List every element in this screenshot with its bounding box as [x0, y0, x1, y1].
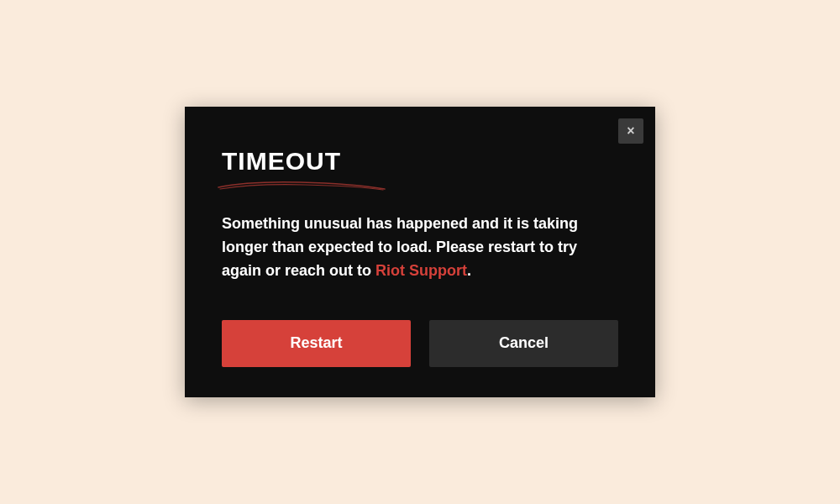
close-button[interactable]: ×: [618, 118, 643, 144]
dialog-title: TIMEOUT: [222, 147, 618, 176]
dialog-button-row: Restart Cancel: [222, 320, 618, 367]
riot-support-link[interactable]: Riot Support: [375, 262, 467, 279]
cancel-button[interactable]: Cancel: [429, 320, 618, 367]
timeout-dialog: × TIMEOUT Something unusual has happened…: [185, 107, 655, 397]
dialog-message: Something unusual has happened and it is…: [222, 213, 608, 283]
message-text-2: .: [467, 262, 471, 279]
close-icon: ×: [627, 123, 634, 139]
title-underline-decoration: [217, 177, 389, 192]
restart-button[interactable]: Restart: [222, 320, 411, 367]
